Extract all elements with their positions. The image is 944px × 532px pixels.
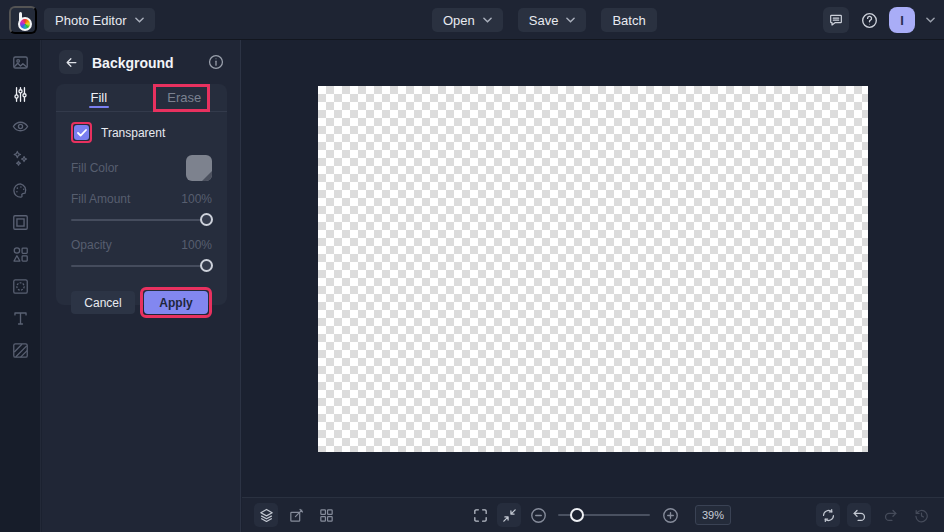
feedback-chat-button[interactable] xyxy=(823,7,849,33)
edit-canvas-icon xyxy=(288,507,305,524)
overlays-icon[interactable] xyxy=(11,277,30,296)
info-button[interactable] xyxy=(207,53,225,71)
zoom-out-icon xyxy=(529,506,548,525)
text-icon[interactable] xyxy=(11,309,30,328)
compare-icon xyxy=(820,507,837,524)
zoom-out-button[interactable] xyxy=(526,503,550,527)
chevron-down-icon xyxy=(926,17,935,23)
batch-button[interactable]: Batch xyxy=(601,8,656,32)
effects-icon[interactable] xyxy=(11,149,30,168)
fill-color-label: Fill Color xyxy=(71,161,118,175)
batch-label: Batch xyxy=(612,13,645,28)
cancel-button[interactable]: Cancel xyxy=(71,291,135,314)
artsy-palette-icon[interactable] xyxy=(11,181,30,200)
undo-button[interactable] xyxy=(847,503,871,527)
redo-button[interactable] xyxy=(878,503,902,527)
zoom-in-icon xyxy=(661,506,680,525)
transparent-label[interactable]: Transparent xyxy=(101,126,165,140)
zoom-controls: 39% xyxy=(468,503,731,527)
open-label: Open xyxy=(443,13,475,28)
topbar-right-group: I xyxy=(823,0,936,40)
compare-button[interactable] xyxy=(816,503,840,527)
check-icon xyxy=(77,129,87,137)
fill-amount-value: 100% xyxy=(181,192,212,206)
history-controls xyxy=(816,503,933,527)
zoom-level-badge[interactable]: 39% xyxy=(695,505,731,525)
open-button[interactable]: Open xyxy=(432,8,503,32)
slider-track xyxy=(71,265,212,267)
fill-amount-label: Fill Amount xyxy=(71,192,130,206)
zoom-slider-thumb[interactable] xyxy=(570,508,584,522)
chevron-down-icon xyxy=(483,17,492,23)
adjustments-icon[interactable] xyxy=(11,85,30,104)
opacity-group: Opacity 100% xyxy=(71,238,212,273)
account-menu-chevron[interactable] xyxy=(924,9,936,31)
app-switcher-label: Photo Editor xyxy=(55,13,127,28)
undo-icon xyxy=(851,507,868,524)
bottom-left-group xyxy=(254,503,338,527)
tools-sidebar xyxy=(0,40,41,532)
apply-annotation-box: Apply xyxy=(140,287,212,318)
fill-color-swatch[interactable] xyxy=(186,155,212,181)
slider-track xyxy=(71,219,212,221)
opacity-slider-thumb[interactable] xyxy=(200,259,213,272)
zoom-slider[interactable] xyxy=(558,508,650,522)
user-avatar[interactable]: I xyxy=(889,7,915,33)
fill-erase-tabs: Fill Erase xyxy=(56,84,227,112)
canvas-transparent-checkerboard[interactable] xyxy=(318,86,868,452)
grid-view-button[interactable] xyxy=(314,503,338,527)
help-icon xyxy=(860,11,879,30)
opacity-label: Opacity xyxy=(71,238,112,252)
fit-to-screen-icon xyxy=(501,507,518,524)
opacity-value: 100% xyxy=(181,238,212,252)
avatar-initial: I xyxy=(900,13,904,28)
frames-icon[interactable] xyxy=(11,213,30,232)
fill-amount-group: Fill Amount 100% xyxy=(71,192,212,227)
history-icon xyxy=(913,507,930,524)
fill-amount-slider-thumb[interactable] xyxy=(200,213,213,226)
touchup-eye-icon[interactable] xyxy=(11,117,30,136)
befunky-logo[interactable] xyxy=(9,6,37,34)
panel-title: Background xyxy=(92,55,174,71)
panel-buttons: Cancel Apply xyxy=(71,287,212,318)
save-label: Save xyxy=(529,13,559,28)
fullscreen-button[interactable] xyxy=(468,503,492,527)
layers-icon xyxy=(258,507,275,524)
back-button[interactable] xyxy=(59,50,83,74)
opacity-slider[interactable] xyxy=(71,259,212,273)
image-edit-icon[interactable] xyxy=(11,53,30,72)
textures-icon[interactable] xyxy=(11,341,30,360)
zoom-in-button[interactable] xyxy=(658,503,682,527)
swatch-corner-fold xyxy=(202,171,212,181)
card-body: Transparent Fill Color Fill Amount 100% xyxy=(56,112,227,318)
tab-fill-label: Fill xyxy=(90,90,107,105)
fit-to-screen-button[interactable] xyxy=(497,503,521,527)
fill-color-row: Fill Color xyxy=(71,155,212,181)
save-button[interactable]: Save xyxy=(518,8,587,32)
active-tab-underline xyxy=(89,106,109,109)
fill-amount-slider[interactable] xyxy=(71,213,212,227)
fullscreen-icon xyxy=(472,507,489,524)
transparent-annotation-box xyxy=(71,122,92,143)
apply-button[interactable]: Apply xyxy=(144,291,208,314)
arrow-left-icon xyxy=(64,55,79,70)
background-panel: Background Fill Erase Transpare xyxy=(42,40,241,532)
erase-annotation-box xyxy=(153,84,210,112)
logo-color-wheel-icon xyxy=(18,17,32,31)
chevron-down-icon xyxy=(566,17,575,23)
info-icon xyxy=(207,53,225,71)
edit-canvas-button[interactable] xyxy=(284,503,308,527)
transparent-checkbox[interactable] xyxy=(74,125,89,140)
help-button[interactable] xyxy=(858,9,880,31)
canvas-area: 39% xyxy=(242,40,944,532)
file-actions: Open Save Batch xyxy=(432,8,657,32)
feedback-chat-icon xyxy=(828,12,844,28)
grid-view-icon xyxy=(318,507,335,524)
layers-button[interactable] xyxy=(254,503,278,527)
history-button[interactable] xyxy=(909,503,933,527)
graphics-icon[interactable] xyxy=(11,245,30,264)
background-card: Fill Erase Transparent Fill Color xyxy=(56,84,227,305)
bottom-toolbar: 39% xyxy=(242,497,944,532)
chevron-down-icon xyxy=(135,17,144,23)
app-switcher-menu[interactable]: Photo Editor xyxy=(44,8,155,32)
